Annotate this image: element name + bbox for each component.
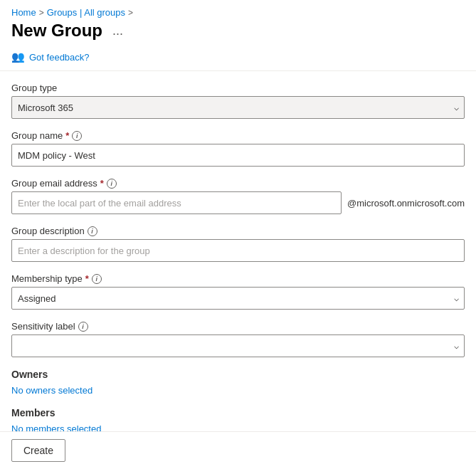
group-type-select[interactable]: Microsoft 365 ⌵ — [11, 96, 465, 119]
group-type-display[interactable]: Microsoft 365 — [11, 96, 465, 119]
sensitivity-label-display[interactable] — [11, 334, 465, 357]
owners-section: Owners No owners selected — [11, 369, 465, 396]
page-title: New Group — [11, 21, 102, 41]
breadcrumb-sep2: > — [128, 8, 133, 18]
group-description-input[interactable] — [11, 239, 465, 262]
group-name-label: Group name * i — [11, 130, 465, 141]
membership-type-select[interactable]: Assigned ⌵ — [11, 287, 465, 310]
group-type-label: Group type — [11, 83, 465, 93]
breadcrumb-sep1: > — [39, 8, 44, 18]
breadcrumb-home[interactable]: Home — [11, 7, 36, 18]
email-row: @microsoft.onmicrosoft.com — [11, 191, 465, 214]
ellipsis-menu-button[interactable]: ... — [108, 22, 127, 40]
group-name-field: Group name * i — [11, 130, 465, 167]
owners-section-title: Owners — [11, 369, 465, 380]
form-scroll-area: Group type Microsoft 365 ⌵ Group name * … — [0, 71, 476, 431]
group-description-label: Group description i — [11, 226, 465, 236]
breadcrumb: Home > Groups | All groups > — [0, 0, 476, 21]
feedback-icon: 👥 — [11, 51, 25, 63]
group-type-field: Group type Microsoft 365 ⌵ — [11, 83, 465, 119]
group-description-info-icon[interactable]: i — [88, 226, 97, 236]
membership-type-display[interactable]: Assigned — [11, 287, 465, 310]
group-description-field: Group description i — [11, 226, 465, 262]
header-row: New Group ... — [0, 21, 476, 46]
membership-type-label: Membership type * i — [11, 273, 465, 284]
feedback-label: Got feedback? — [29, 52, 90, 63]
group-email-info-icon[interactable]: i — [107, 179, 117, 189]
email-input-wrap — [11, 191, 342, 214]
owners-link[interactable]: No owners selected — [11, 385, 92, 396]
membership-type-field: Membership type * i Assigned ⌵ — [11, 273, 465, 310]
group-email-field: Group email address * i @microsoft.onmic… — [11, 178, 465, 214]
members-link[interactable]: No members selected — [11, 423, 101, 431]
membership-type-required: * — [85, 273, 89, 284]
group-email-label: Group email address * i — [11, 178, 465, 189]
footer-bar: Create — [0, 431, 476, 469]
group-name-required: * — [65, 130, 69, 141]
email-suffix: @microsoft.onmicrosoft.com — [347, 198, 465, 209]
sensitivity-label-select[interactable]: ⌵ — [11, 334, 465, 357]
breadcrumb-groups[interactable]: Groups | All groups — [47, 7, 125, 18]
sensitivity-label-info-icon[interactable]: i — [78, 322, 88, 332]
members-section: Members No members selected — [11, 407, 465, 431]
group-name-input[interactable] — [11, 144, 465, 167]
membership-type-info-icon[interactable]: i — [92, 274, 102, 284]
members-section-title: Members — [11, 407, 465, 418]
group-email-required: * — [100, 178, 104, 189]
feedback-bar[interactable]: 👥 Got feedback? — [0, 46, 476, 71]
sensitivity-label-field: Sensitivity label i ⌵ — [11, 321, 465, 357]
group-name-info-icon[interactable]: i — [72, 131, 82, 141]
sensitivity-label-label: Sensitivity label i — [11, 321, 465, 332]
group-email-input[interactable] — [11, 191, 342, 214]
create-button[interactable]: Create — [11, 439, 65, 462]
